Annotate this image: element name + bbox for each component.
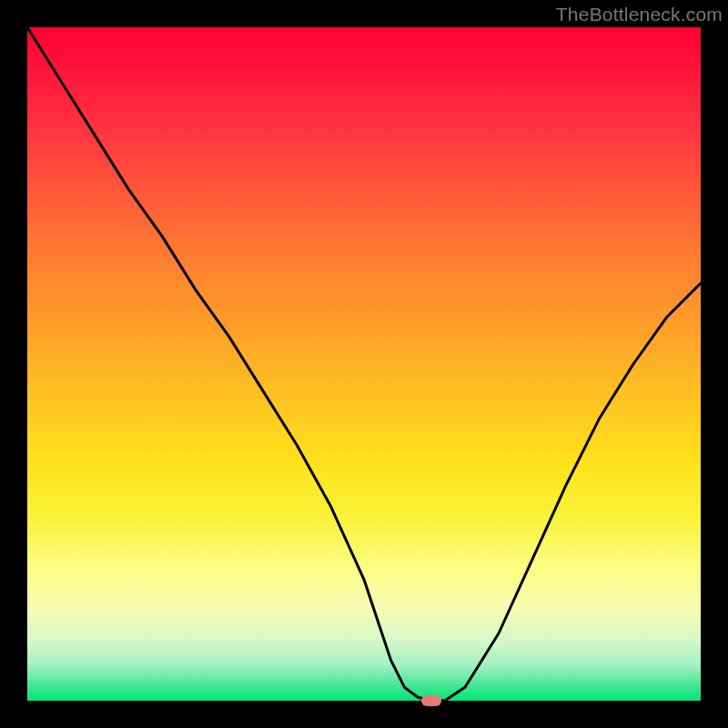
optimum-marker	[421, 695, 441, 706]
chart-frame: TheBottleneck.com	[0, 0, 728, 728]
bottleneck-curve	[27, 27, 701, 701]
plot-area	[27, 27, 701, 701]
watermark-text: TheBottleneck.com	[556, 4, 723, 25]
